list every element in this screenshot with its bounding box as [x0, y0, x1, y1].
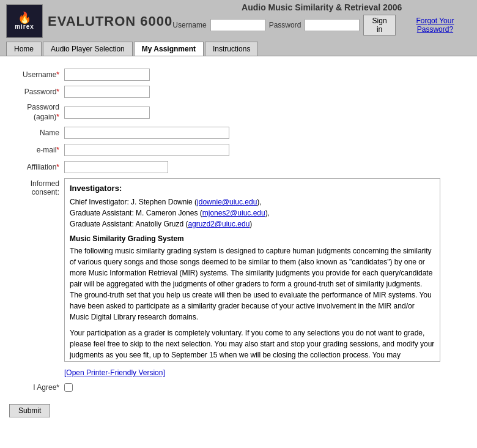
sign-in-button[interactable]: Sign in	[363, 15, 395, 35]
affiliation-field-label: Affiliation*	[9, 163, 64, 171]
voluntary-text: Your participation as a grader is comple…	[70, 327, 435, 362]
email-input[interactable]	[64, 144, 229, 156]
investigators-heading: Investigators:	[70, 184, 435, 193]
password-field-label: Password*	[9, 88, 64, 96]
logo-mirex: mirex	[15, 23, 34, 30]
main-content: Username* Password* Password(again)* Nam…	[0, 56, 477, 430]
name-input[interactable]	[64, 127, 229, 139]
affiliation-row: Affiliation*	[9, 161, 468, 173]
site-title: Audio Music Similarity & Retrieval 2006	[172, 2, 471, 12]
printer-link-row: [Open Printer-Friendly Version]	[64, 368, 468, 377]
consent-box[interactable]: Investigators: Chief Investigator: J. St…	[64, 178, 440, 362]
system-text: The following music similarity grading s…	[70, 245, 435, 323]
username-row: Username*	[9, 69, 468, 81]
reg-username-input[interactable]	[64, 69, 150, 81]
agree-checkbox[interactable]	[64, 383, 73, 392]
tab-instructions[interactable]: Instructions	[205, 42, 258, 56]
chief-email-link[interactable]: jdownie@uiuc.edu	[197, 198, 257, 206]
affiliation-input[interactable]	[64, 161, 168, 173]
submit-row: Submit	[9, 404, 468, 417]
logo-box: 🔥 mirex	[6, 4, 43, 38]
password-label: Password	[269, 21, 301, 29]
printer-friendly-link[interactable]: [Open Printer-Friendly Version]	[64, 368, 165, 377]
app-title: EVALUTRON 6000	[48, 13, 172, 29]
password-row: Password*	[9, 86, 468, 98]
investigators-list: Chief Investigator: J. Stephen Downie (j…	[70, 196, 435, 230]
username-input[interactable]	[210, 19, 265, 31]
logo-flame: 🔥	[18, 12, 31, 23]
tab-my-assignment[interactable]: My Assignment	[134, 42, 204, 56]
grad1-email-link[interactable]: mjones2@uiuc.edu	[202, 209, 265, 217]
reg-password-input[interactable]	[64, 86, 150, 98]
name-row: Name	[9, 127, 468, 139]
username-label: Username	[172, 21, 206, 29]
password-again-row: Password(again)*	[9, 103, 468, 122]
forgot-password-link[interactable]: Forgot Your Password?	[399, 17, 471, 34]
navigation-bar: Home Audio Player Selection My Assignmen…	[0, 42, 477, 56]
grad2-email-link[interactable]: agruzd2@uiuc.edu	[188, 220, 250, 228]
password-again-label: Password(again)*	[9, 103, 64, 122]
email-row: e-mail*	[9, 144, 468, 156]
tab-home[interactable]: Home	[6, 42, 42, 56]
submit-button[interactable]: Submit	[9, 404, 50, 417]
name-field-label: Name	[9, 129, 64, 137]
agree-label: I Agree*	[9, 383, 64, 392]
consent-row: Informed consent: Investigators: Chief I…	[9, 178, 468, 362]
username-field-label: Username*	[9, 70, 64, 79]
agree-row: I Agree*	[9, 383, 468, 392]
system-heading: Music Similarity Grading System	[70, 234, 435, 243]
password-input[interactable]	[305, 19, 360, 31]
reg-password-again-input[interactable]	[64, 106, 150, 119]
email-field-label: e-mail*	[9, 146, 64, 154]
consent-label: Informed consent:	[9, 178, 64, 196]
tab-audio-player-selection[interactable]: Audio Player Selection	[43, 42, 133, 56]
